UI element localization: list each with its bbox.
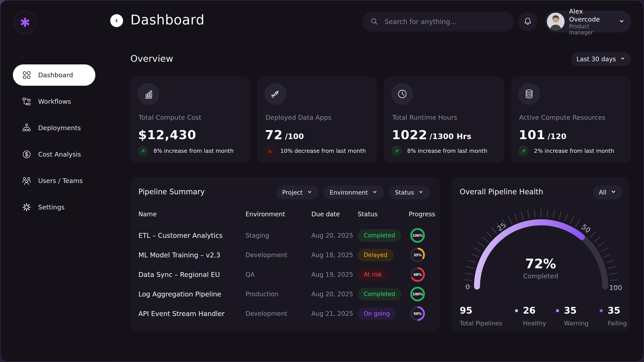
health-stat-healthy: 26 Healthy (523, 305, 546, 327)
stat-value: 1022/1300 Hrs (392, 127, 472, 142)
asterisk-icon: ✱ (20, 15, 30, 30)
avatar (547, 13, 564, 31)
status-badge: Completed (358, 288, 401, 300)
column-header-due-date: Due date (311, 211, 358, 218)
sidebar-item-label: Dashboard (38, 71, 73, 79)
stat-value: $12,430 (138, 127, 198, 142)
gear-icon (21, 202, 32, 213)
users-icon (21, 175, 32, 186)
table-row: API Event Stream Handler Development Aug… (130, 304, 440, 323)
stat-label: Active Compute Resources (519, 114, 605, 121)
sidebar-item-users-teams[interactable]: Users / Teams (13, 170, 95, 192)
column-header-status: Status (358, 211, 409, 218)
status-badge: Completed (358, 229, 401, 242)
health-stat-failing: 35 Failing (608, 305, 627, 327)
column-header-environment: Environment (246, 211, 311, 218)
stat-card-deployed-data-apps: Deployed Data Apps 72/100 ↘ 10% decrease… (257, 76, 377, 163)
user-info: Alex Overcode Product manager (569, 7, 614, 36)
notifications-button[interactable] (518, 12, 538, 31)
rocket-icon (264, 83, 286, 105)
table-header-divider (137, 224, 433, 225)
table-row: Log Aggregation Pipeline Production Aug … (130, 284, 440, 304)
search-bar (362, 12, 514, 32)
search-icon (370, 17, 379, 26)
sidebar-item-label: Users / Teams (38, 177, 83, 185)
bar-chart-icon (138, 83, 160, 105)
progress-ring: 50% (410, 306, 425, 321)
sidebar-item-settings[interactable]: Settings (13, 197, 95, 218)
health-stat-total: 95 Total Pipelines (460, 305, 502, 327)
gauge-value: 72% (452, 256, 630, 271)
sidebar-item-workflows[interactable]: Workflows (13, 91, 95, 112)
status-badge: Delayed (358, 249, 394, 261)
gauge-tick-label: 100 (609, 284, 622, 292)
progress-ring: 100% (410, 287, 425, 301)
stat-card-active-compute-resources: Active Compute Resources 101/120 ↗ 2% in… (511, 76, 631, 163)
table-body: ETL – Customer Analytics Staging Aug 20,… (130, 226, 440, 323)
clock-icon (392, 83, 413, 105)
sidebar-item-dashboard[interactable]: Dashboard (13, 64, 95, 86)
status-badge: On going (358, 307, 396, 320)
bell-icon (523, 17, 533, 27)
app-window: ✱ Dashboard Workflows Deployments Cost A… (0, 0, 644, 362)
sidebar-item-label: Workflows (38, 98, 71, 105)
health-stat-warning: 35 Warning (564, 305, 588, 327)
table-header: Name Environment Due date Status Progres… (130, 211, 440, 218)
status-badge: At risk (358, 268, 388, 281)
chevron-left-icon (114, 18, 120, 24)
stat-trend: ↗ 8% increase from last month (392, 146, 487, 156)
stat-trend: ↗ 8% increase from last month (138, 146, 234, 156)
stat-value: 72/100 (265, 127, 304, 142)
filter-status-dropdown[interactable]: Status (389, 186, 430, 200)
chevron-down-icon (618, 18, 625, 25)
stat-label: Total Compute Cost (138, 114, 201, 121)
grid-icon (21, 70, 32, 80)
stat-label: Deployed Data Apps (266, 114, 331, 121)
user-profile[interactable]: Alex Overcode Product manager (545, 11, 631, 33)
sidebar-item-label: Cost Analysis (38, 150, 81, 158)
column-header-progress: Progress (409, 211, 435, 218)
back-button[interactable] (110, 14, 123, 27)
pipeline-filters: Project Environment Status (276, 186, 430, 200)
gauge-tick-label: 50 (580, 223, 592, 234)
pipeline-health-panel: Overall Pipeline Health All 0 25 50 100 … (452, 177, 630, 331)
sidebar-item-label: Deployments (38, 124, 81, 132)
filter-project-dropdown[interactable]: Project (276, 186, 318, 200)
trend-down-icon: ↘ (264, 146, 275, 156)
filter-environment-dropdown[interactable]: Environment (324, 186, 384, 200)
chevron-down-icon (620, 56, 626, 63)
table-row: Data Sync – Regional EU QA Aug 19, 2025 … (130, 265, 440, 284)
user-role: Product manager (569, 23, 614, 36)
sidebar-item-cost-analysis[interactable]: Cost Analysis (13, 144, 95, 165)
pipeline-summary-title: Pipeline Summary (138, 188, 205, 196)
stat-cards: Total Compute Cost $12,430 ↗ 8% increase… (130, 76, 631, 163)
healthy-dot (515, 309, 518, 312)
chevron-down-icon (372, 189, 378, 196)
chevron-down-icon (418, 189, 424, 196)
app-logo[interactable]: ✱ (13, 11, 37, 34)
gauge-sublabel: Completed (452, 272, 630, 280)
hierarchy-icon (21, 123, 32, 133)
stat-card-total-runtime-hours: Total Runtime Hours 1022/1300 Hrs ↗ 8% i… (384, 76, 504, 163)
failing-dot (600, 309, 603, 312)
user-name: Alex Overcode (569, 7, 614, 24)
search-input[interactable] (384, 18, 506, 26)
sidebar-item-label: Settings (38, 204, 64, 211)
workflow-icon (21, 96, 32, 107)
stat-card-total-compute-cost: Total Compute Cost $12,430 ↗ 8% increase… (130, 76, 250, 163)
date-range-dropdown[interactable]: Last 30 days (571, 52, 631, 66)
sidebar-item-deployments[interactable]: Deployments (13, 117, 95, 139)
stat-label: Total Runtime Hours (392, 114, 457, 121)
chevron-down-icon (307, 189, 312, 196)
trend-up-icon: ↗ (518, 146, 529, 156)
pipeline-health-title: Overall Pipeline Health (460, 188, 543, 196)
column-header-name: Name (138, 211, 246, 218)
page-title: Dashboard (130, 12, 205, 28)
progress-ring: 35% (410, 248, 425, 262)
health-filter-dropdown[interactable]: All (593, 186, 622, 200)
date-range-label: Last 30 days (576, 56, 616, 63)
pipeline-summary-panel: Pipeline Summary Project Environment Sta… (130, 177, 440, 331)
warning-dot (556, 309, 559, 312)
stat-trend: ↗ 2% increase from last month (518, 146, 614, 156)
stat-trend: ↘ 10% decrease from last month (264, 146, 366, 156)
